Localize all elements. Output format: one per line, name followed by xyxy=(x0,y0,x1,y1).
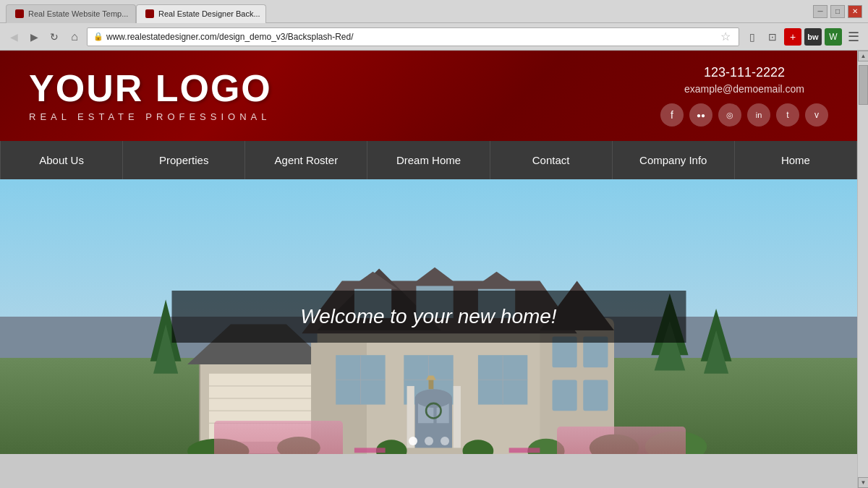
browser-titlebar: Real Estate Website Temp... ✕ Real Estat… xyxy=(0,0,868,23)
svg-rect-50 xyxy=(509,448,540,453)
home-button[interactable]: ⌂ xyxy=(67,29,82,45)
twitter-icon[interactable]: t xyxy=(776,103,799,127)
facebook-icon[interactable]: f xyxy=(660,103,684,127)
nav-home[interactable]: Home xyxy=(735,141,857,179)
scrollbar[interactable]: ▲ ▼ xyxy=(857,51,868,488)
tab-1[interactable]: Real Estate Website Temp... ✕ xyxy=(6,4,136,23)
tab1-favicon xyxy=(15,9,24,18)
email-address: example@demoemail.com xyxy=(660,83,828,95)
minimize-button[interactable]: ─ xyxy=(813,5,827,18)
tab2-label: Real Estate Designer Back... xyxy=(158,9,260,18)
menu-button[interactable]: ☰ xyxy=(845,28,862,46)
svg-rect-15 xyxy=(583,380,608,411)
svg-rect-51 xyxy=(429,380,434,389)
forward-button[interactable]: ▶ xyxy=(26,29,42,45)
svg-point-37 xyxy=(415,389,452,408)
nav-agent-roster[interactable]: Agent Roster xyxy=(245,141,367,179)
vimeo-icon[interactable]: v xyxy=(805,103,828,127)
nav-items: About Us Properties Agent Roster Dream H… xyxy=(0,141,857,179)
maximize-button[interactable]: □ xyxy=(830,5,845,18)
close-button[interactable]: ✕ xyxy=(848,5,862,18)
site-header: YOUR LOGO REAL ESTATE PROFESSIONAL 123-1… xyxy=(0,51,857,141)
tab-2[interactable]: Real Estate Designer Back... ✕ xyxy=(136,4,266,23)
flickr-icon[interactable]: ●● xyxy=(689,103,712,127)
scroll-up-button[interactable]: ▲ xyxy=(858,51,868,61)
carousel-dot-2[interactable] xyxy=(425,437,433,445)
browser-window: Real Estate Website Temp... ✕ Real Estat… xyxy=(0,0,868,488)
tab-bar: Real Estate Website Temp... ✕ Real Estat… xyxy=(6,0,266,23)
window-controls: ─ □ ✕ xyxy=(813,5,862,18)
site-tagline: REAL ESTATE PROFESSIONAL xyxy=(29,111,272,122)
address-bar[interactable]: 🔒 www.realestatedesigner.com/design_demo… xyxy=(87,27,739,46)
lock-icon: 🔒 xyxy=(93,32,103,41)
refresh-button[interactable]: ↻ xyxy=(46,29,62,45)
svg-marker-24 xyxy=(472,272,521,289)
tab2-favicon xyxy=(145,9,154,18)
page-icon[interactable]: ▯ xyxy=(744,28,761,46)
svg-rect-49 xyxy=(354,448,386,453)
hero-text: Welcome to your new home! xyxy=(215,305,642,328)
hero-section: Welcome to your new home! xyxy=(0,179,857,454)
nav-company-info[interactable]: Company Info xyxy=(613,141,735,179)
url-text: www.realestatedesigner.com/design_demo_v… xyxy=(106,32,718,42)
w-icon[interactable]: W xyxy=(825,28,842,46)
instagram-icon[interactable]: ◎ xyxy=(718,103,741,127)
nav-dream-home[interactable]: Dream Home xyxy=(367,141,490,179)
linkedin-icon[interactable]: in xyxy=(747,103,770,127)
logo-area: YOUR LOGO REAL ESTATE PROFESSIONAL xyxy=(29,69,272,122)
expand-icon[interactable]: ⊡ xyxy=(764,28,781,46)
bookmark-icon[interactable]: ☆ xyxy=(718,30,733,44)
svg-rect-14 xyxy=(553,380,577,411)
social-icons: f ●● ◎ in t v xyxy=(660,103,828,127)
browser-content: YOUR LOGO REAL ESTATE PROFESSIONAL 123-1… xyxy=(0,51,868,488)
nav-about-us[interactable]: About Us xyxy=(0,141,123,179)
phone-number: 123-111-2222 xyxy=(660,65,828,80)
site-logo: YOUR LOGO xyxy=(29,69,272,107)
website-content: YOUR LOGO REAL ESTATE PROFESSIONAL 123-1… xyxy=(0,51,857,488)
nav-properties[interactable]: Properties xyxy=(123,141,245,179)
scroll-thumb[interactable] xyxy=(859,65,868,105)
carousel-dot-1[interactable] xyxy=(409,437,417,445)
svg-rect-40 xyxy=(454,386,461,454)
contact-area: 123-111-2222 example@demoemail.com f ●● … xyxy=(660,65,828,127)
carousel-dots xyxy=(409,437,449,445)
nav-contact[interactable]: Contact xyxy=(490,141,613,179)
svg-marker-22 xyxy=(410,267,459,286)
toolbar-right: ▯ ⊡ + bw W ☰ xyxy=(744,28,862,46)
tab1-label: Real Estate Website Temp... xyxy=(28,9,128,18)
back-button[interactable]: ◀ xyxy=(6,29,22,45)
site-navigation: About Us Properties Agent Roster Dream H… xyxy=(0,141,857,179)
scroll-down-button[interactable]: ▼ xyxy=(858,477,868,488)
plus-red-icon[interactable]: + xyxy=(784,28,801,46)
carousel-dot-3[interactable] xyxy=(441,437,449,445)
hero-overlay: Welcome to your new home! xyxy=(171,291,686,343)
bw-icon[interactable]: bw xyxy=(804,28,822,46)
browser-toolbar: ◀ ▶ ↻ ⌂ 🔒 www.realestatedesigner.com/des… xyxy=(0,23,868,51)
